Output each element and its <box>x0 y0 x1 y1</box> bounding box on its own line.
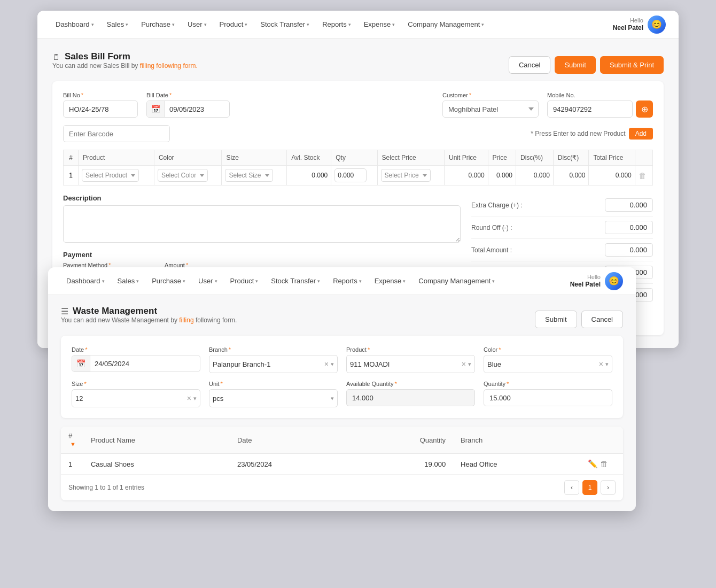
wm-quantity-input[interactable] <box>484 389 612 406</box>
w2-nav-user[interactable]: User ▾ <box>193 274 222 288</box>
wm-product-select[interactable]: 911 MOJADI × ▾ <box>346 355 475 373</box>
row-color: Select Color <box>154 166 222 185</box>
wm-col-branch: Branch <box>453 427 580 454</box>
nav-dashboard[interactable]: Dashboard ▾ <box>50 17 99 32</box>
mobile-input[interactable] <box>547 100 633 118</box>
wm-table: # ▼ Product Name Date Quantity Branch <box>61 427 623 475</box>
avatar: 😊 <box>648 16 666 34</box>
product-select[interactable]: Select Product <box>82 169 139 182</box>
wm-branch-select[interactable]: Palanpur Branch-1 × ▾ <box>209 355 338 373</box>
form-subtitle-link[interactable]: filling following form. <box>140 62 198 69</box>
branch-clear-icon[interactable]: × <box>324 360 329 368</box>
mobile-label: Mobile No. <box>547 92 653 98</box>
product-clear-icon[interactable]: × <box>462 360 466 368</box>
round-off-value: 0.000 <box>605 221 653 234</box>
chevron-down-icon: ▾ <box>492 278 495 284</box>
calendar-icon: 📅 <box>147 101 165 117</box>
nav-username: Neel Patel <box>613 24 643 33</box>
w2-nav-dashboard[interactable]: Dashboard ▾ <box>61 274 110 288</box>
qty-input[interactable] <box>334 168 367 182</box>
nav-reports[interactable]: Reports ▾ <box>317 17 356 32</box>
wm-fields-row2: Size* 12 × ▾ Unit* pcs <box>72 381 612 407</box>
wm-date-input[interactable] <box>90 360 200 368</box>
wm-size-select[interactable]: 12 × ▾ <box>72 389 200 407</box>
wm-size-group: Size* 12 × ▾ <box>72 381 200 407</box>
bill-date-input[interactable] <box>165 105 229 113</box>
table-row: 1 Select Product Select Color <box>64 166 653 185</box>
w2-nav-product[interactable]: Product ▾ <box>225 274 264 288</box>
wm-color-label: Color* <box>484 346 612 353</box>
extra-charge-label: Extra Charge (+) : <box>471 202 523 209</box>
total-amount-row: Total Amount : 0.000 <box>471 239 653 261</box>
size-clear-icon[interactable]: × <box>187 394 191 403</box>
wm-date-input-wrapper: 📅 <box>72 355 200 372</box>
wm-row-quantity: 19.000 <box>353 454 454 475</box>
wm-size-label: Size* <box>72 381 200 387</box>
w2-nav-expense[interactable]: Expense ▾ <box>369 274 411 288</box>
wm-unit-select[interactable]: pcs ▾ <box>209 389 338 407</box>
next-page-button[interactable]: › <box>601 480 616 495</box>
submit-print-button[interactable]: Submit & Print <box>600 56 664 74</box>
row-size: Select Size <box>222 166 287 185</box>
chevron-down-icon: ▾ <box>204 22 207 27</box>
wm-edit-button[interactable]: ✏️ <box>588 459 598 469</box>
bill-date-input-wrapper: 📅 <box>146 100 230 118</box>
w2-nav-sales[interactable]: Sales ▾ <box>112 274 145 288</box>
wm-subtitle-link[interactable]: filling <box>179 316 193 324</box>
wm-col-date: Date <box>230 427 353 454</box>
barcode-input[interactable] <box>63 125 170 142</box>
mobile-action-button[interactable]: ⊕ <box>636 100 653 118</box>
row-price: 0.000 <box>488 166 516 185</box>
wm-avail-qty-label: Available Quantity* <box>346 381 475 387</box>
w2-nav-stock-transfer[interactable]: Stock Transfer ▾ <box>266 274 325 288</box>
col-color: Color <box>154 150 222 166</box>
round-off-label: Round Off (-) : <box>471 224 512 231</box>
nav-company-management[interactable]: Company Management ▾ <box>402 17 489 32</box>
product-table: # Product Color Size Avl. Stock Qty Sele… <box>63 150 653 185</box>
w2-nav-company[interactable]: Company Management ▾ <box>413 274 500 288</box>
color-clear-icon[interactable]: × <box>599 360 603 368</box>
wm-form-card: Date* 📅 Branch* Palanpur Branch-1 <box>61 336 623 418</box>
delete-row-button[interactable]: 🗑 <box>639 171 647 180</box>
bill-no-input[interactable] <box>63 100 138 118</box>
branch-chevron-icon: ▾ <box>331 361 334 368</box>
w2-nav-reports[interactable]: Reports ▾ <box>328 274 367 288</box>
chevron-down-icon: ▾ <box>359 278 362 284</box>
cancel-button[interactable]: Cancel <box>509 56 550 74</box>
row-total-price: 0.000 <box>589 166 635 185</box>
submit-button[interactable]: Submit <box>555 56 595 74</box>
w2-nav-username: Neel Patel <box>570 281 601 289</box>
wm-submit-button[interactable]: Submit <box>535 311 577 328</box>
wm-row-actions: ✏️ 🗑 <box>580 454 623 475</box>
wm-row-num: 1 <box>61 454 83 475</box>
wm-cancel-button[interactable]: Cancel <box>581 311 623 328</box>
size-select[interactable]: Select Size <box>225 169 273 182</box>
w2-nav-purchase[interactable]: Purchase ▾ <box>146 274 191 288</box>
description-textarea[interactable] <box>63 205 461 243</box>
nav-stock-transfer[interactable]: Stock Transfer ▾ <box>255 17 315 32</box>
color-select[interactable]: Select Color <box>158 169 208 182</box>
row-disc-pct: 0.000 <box>516 166 554 185</box>
nav-user[interactable]: User ▾ <box>182 17 212 32</box>
chevron-down-icon: ▾ <box>481 22 484 27</box>
add-product-button[interactable]: Add <box>629 128 653 140</box>
chevron-down-icon: ▾ <box>392 22 395 27</box>
page-1-button[interactable]: 1 <box>582 480 597 495</box>
wm-color-select[interactable]: Blue × ▾ <box>484 355 612 373</box>
nav-links: Dashboard ▾ Sales ▾ Purchase ▾ User ▾ Pr… <box>50 17 489 32</box>
nav-product[interactable]: Product ▾ <box>214 17 253 32</box>
form-header: 🗒 Sales Bill Form You can add new Sales … <box>52 51 664 78</box>
col-unit-price: Unit Price <box>444 150 488 166</box>
nav-purchase[interactable]: Purchase ▾ <box>136 17 180 32</box>
customer-select[interactable]: Moghibhai Patel <box>442 100 539 118</box>
price-select[interactable]: Select Price <box>381 169 431 182</box>
payment-title: Payment <box>63 251 461 259</box>
w2-nav-hello: Hello <box>570 273 601 281</box>
wm-branch-group: Branch* Palanpur Branch-1 × ▾ <box>209 346 338 373</box>
extra-charge-value: 0.000 <box>605 198 653 212</box>
wm-delete-button[interactable]: 🗑 <box>600 459 608 468</box>
nav-sales[interactable]: Sales ▾ <box>102 17 134 32</box>
wm-row-product-name: Casual Shoes <box>83 454 230 475</box>
nav-expense[interactable]: Expense ▾ <box>359 17 401 32</box>
prev-page-button[interactable]: ‹ <box>564 480 579 495</box>
